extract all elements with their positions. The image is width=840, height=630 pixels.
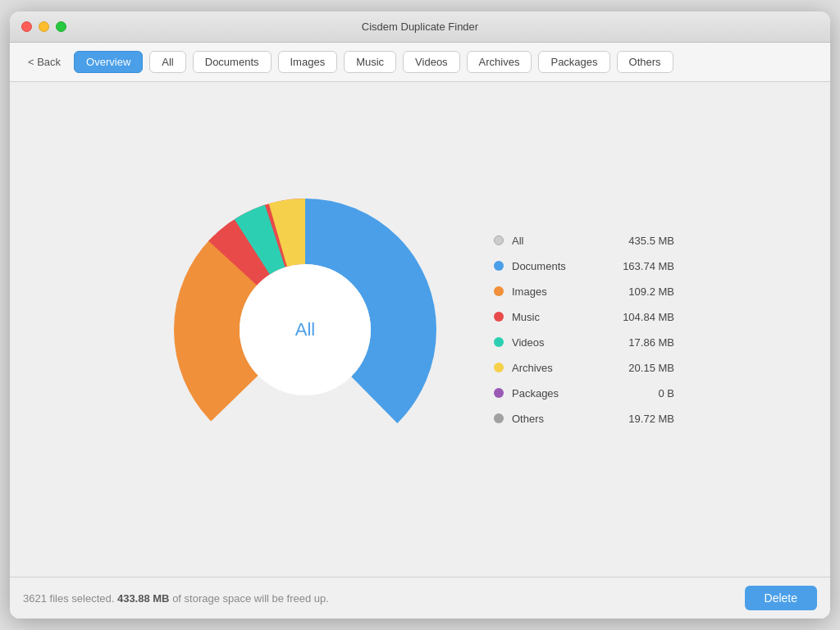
window-title: Cisdem Duplicate Finder (362, 21, 478, 33)
legend-dot-archives (494, 363, 504, 372)
toolbar: < Back Overview All Documents Images Mus… (10, 43, 830, 82)
legend-label-all: All (512, 235, 600, 247)
legend-dot-images (494, 286, 504, 296)
legend-item-documents: Documents 163.74 MB (494, 260, 674, 272)
legend-item-all: All 435.5 MB (494, 235, 674, 247)
delete-button[interactable]: Delete (745, 586, 817, 610)
legend-item-music: Music 104.84 MB (494, 311, 674, 323)
legend-label-music: Music (512, 311, 600, 323)
legend-size-archives: 20.15 MB (609, 362, 674, 374)
close-button[interactable] (21, 21, 32, 32)
legend-label-archives: Archives (512, 362, 600, 374)
tab-archives[interactable]: Archives (467, 51, 532, 73)
minimize-button[interactable] (39, 21, 49, 32)
title-bar: Cisdem Duplicate Finder (10, 11, 830, 43)
legend-dot-documents (494, 261, 504, 271)
legend-label-images: Images (512, 285, 600, 298)
status-text: 3621 files selected. 433.88 MB of storag… (23, 592, 329, 605)
legend-size-packages: 0 B (609, 387, 674, 399)
legend-label-documents: Documents (512, 260, 600, 272)
legend-dot-others (494, 413, 504, 423)
donut-chart: All (166, 190, 445, 469)
legend-item-videos: Videos 17.86 MB (494, 336, 674, 349)
tab-images[interactable]: Images (278, 51, 338, 73)
legend-label-videos: Videos (512, 336, 600, 349)
legend-item-others: Others 19.72 MB (494, 413, 674, 425)
legend-item-archives: Archives 20.15 MB (494, 362, 674, 374)
files-label: files selected. (50, 592, 117, 605)
legend-size-images: 109.2 MB (609, 285, 674, 298)
tab-documents[interactable]: Documents (193, 51, 272, 73)
tab-all[interactable]: All (149, 51, 185, 73)
legend-item-packages: Packages 0 B (494, 387, 674, 399)
tab-others[interactable]: Others (617, 51, 673, 73)
traffic-lights (21, 21, 66, 32)
legend-item-images: Images 109.2 MB (494, 285, 674, 298)
tab-overview[interactable]: Overview (74, 51, 143, 73)
legend-size-others: 19.72 MB (609, 413, 674, 425)
main-window: Cisdem Duplicate Finder < Back Overview … (10, 11, 830, 619)
legend-dot-music (494, 312, 504, 322)
size-label: of storage space will be freed up. (172, 592, 329, 605)
files-count: 3621 (23, 592, 47, 605)
back-button[interactable]: < Back (21, 52, 67, 71)
tab-music[interactable]: Music (344, 51, 396, 73)
donut-center-label: All (295, 319, 315, 340)
legend-label-packages: Packages (512, 387, 600, 399)
tab-packages[interactable]: Packages (538, 51, 609, 73)
status-bar: 3621 files selected. 433.88 MB of storag… (10, 577, 830, 619)
legend-dot-videos (494, 337, 504, 347)
size-value: 433.88 MB (117, 592, 170, 605)
tab-videos[interactable]: Videos (403, 51, 460, 73)
legend: All 435.5 MB Documents 163.74 MB Images … (494, 235, 674, 425)
legend-size-videos: 17.86 MB (609, 336, 674, 349)
chart-area: All All 435.5 MB Documents 163.74 MB Ima… (166, 190, 674, 469)
legend-size-music: 104.84 MB (609, 311, 674, 323)
main-content: All All 435.5 MB Documents 163.74 MB Ima… (10, 82, 830, 577)
legend-dot-all (494, 235, 504, 245)
legend-size-all: 435.5 MB (609, 235, 674, 247)
legend-dot-packages (494, 388, 504, 398)
maximize-button[interactable] (56, 21, 66, 32)
legend-size-documents: 163.74 MB (609, 260, 674, 272)
legend-label-others: Others (512, 413, 600, 425)
